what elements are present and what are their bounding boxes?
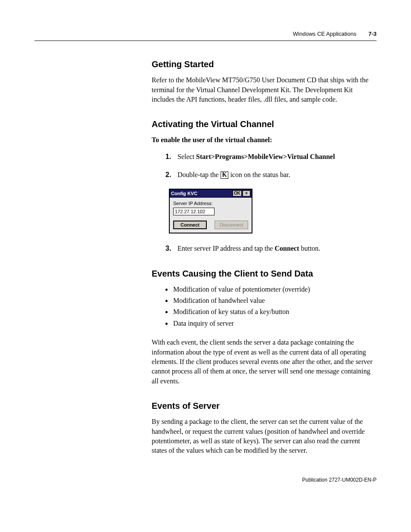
step-2-prefix: Double-tap the xyxy=(177,171,221,178)
step-number: 1. xyxy=(165,152,175,162)
step-2-suffix: icon on the status bar. xyxy=(228,171,290,178)
page-header: Windows CE Applications 7-3 xyxy=(34,30,377,41)
step-text: Double-tap the K icon on the status bar. xyxy=(177,170,377,180)
dialog-body: Server IP Address: 172.27.12.102 Connect… xyxy=(170,198,252,233)
events-client-bullets: Modification of value of potentiometer (… xyxy=(172,285,377,329)
step-text: Enter server IP address and tap the Conn… xyxy=(177,244,377,253)
bullet-item: Modification of key status of a key/butt… xyxy=(172,307,377,317)
events-client-paragraph: With each event, the client sends the se… xyxy=(152,338,377,386)
header-chapter-title: Windows CE Applications xyxy=(293,30,356,38)
step-1-menu-path: Start>Programs>MobileView>Virtual Channe… xyxy=(196,153,335,160)
activating-steps: 1. Select Start>Programs>MobileView>Virt… xyxy=(165,152,377,180)
heading-events-server: Events of Server xyxy=(152,400,377,412)
step-3-suffix: button. xyxy=(299,245,320,252)
step-number: 3. xyxy=(165,244,175,253)
dialog-close-button[interactable]: × xyxy=(243,190,250,196)
activating-subheading: To enable the user of the virtual channe… xyxy=(152,135,377,145)
dialog-title: Config KVC xyxy=(171,190,232,197)
heading-events-client: Events Causing the Client to Send Data xyxy=(152,268,377,280)
step-1-prefix: Select xyxy=(177,153,196,160)
header-page-number: 7-3 xyxy=(368,30,377,38)
bullet-item: Modification of value of potentiometer (… xyxy=(172,285,377,294)
config-kvc-dialog: Config KVC OK × Server IP Address: 172.2… xyxy=(169,189,252,234)
step-1: 1. Select Start>Programs>MobileView>Virt… xyxy=(165,152,377,162)
step-number: 2. xyxy=(165,170,175,180)
heading-activating: Activating the Virtual Channel xyxy=(152,118,377,130)
heading-getting-started: Getting Started xyxy=(152,58,377,70)
dialog-ok-button[interactable]: OK xyxy=(233,190,242,196)
bullet-item: Modification of handwheel value xyxy=(172,296,377,305)
k-icon: K xyxy=(221,171,229,179)
footer-publication: Publication 2727-UM002D-EN-P xyxy=(34,476,377,484)
getting-started-body: Refer to the MobileView MT750/G750 User … xyxy=(152,75,377,104)
ip-address-label: Server IP Address: xyxy=(173,200,248,207)
ip-address-input[interactable]: 172.27.12.102 xyxy=(173,208,215,215)
config-kvc-dialog-screenshot: Config KVC OK × Server IP Address: 172.2… xyxy=(169,189,377,234)
step-2: 2. Double-tap the K icon on the status b… xyxy=(165,170,377,180)
step-3-prefix: Enter server IP address and tap the xyxy=(177,245,275,252)
dialog-titlebar: Config KVC OK × xyxy=(170,190,252,198)
connect-button[interactable]: Connect xyxy=(173,221,207,229)
disconnect-button: Disconnect xyxy=(215,221,248,229)
events-server-body: By sending a package to the client, the … xyxy=(152,417,377,456)
step-3: 3. Enter server IP address and tap the C… xyxy=(165,244,377,253)
bullet-item: Data inquiry of server xyxy=(172,319,377,328)
activating-steps-cont: 3. Enter server IP address and tap the C… xyxy=(165,244,377,253)
step-text: Select Start>Programs>MobileView>Virtual… xyxy=(177,152,377,162)
step-3-bold: Connect xyxy=(275,245,299,252)
